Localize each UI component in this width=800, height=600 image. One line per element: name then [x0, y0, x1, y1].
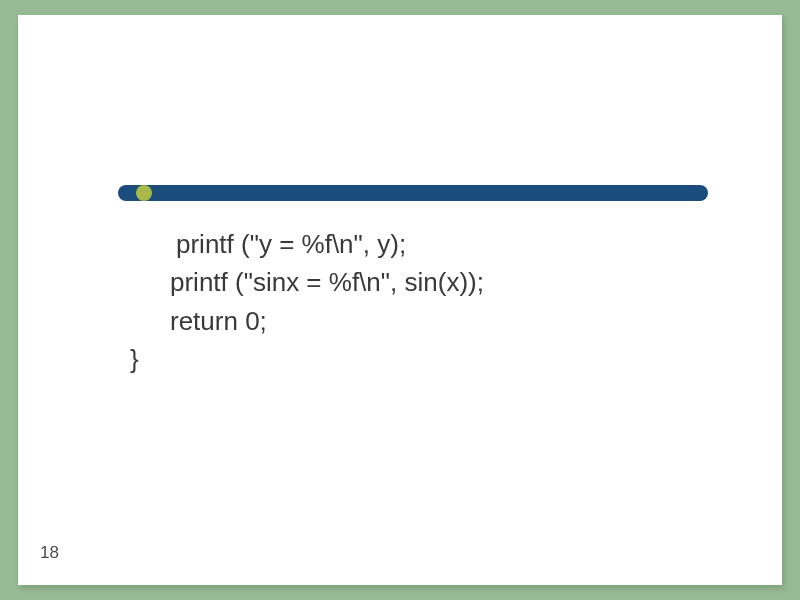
slide-container: printf ("y = %f\n", y); printf ("sinx = … [18, 15, 782, 585]
code-line-3: return 0; [170, 302, 484, 340]
code-line-4: } [130, 340, 484, 378]
page-number: 18 [40, 543, 59, 563]
bullet-icon [136, 185, 152, 201]
code-line-2: printf ("sinx = %f\n", sin(x)); [170, 263, 484, 301]
code-content: printf ("y = %f\n", y); printf ("sinx = … [130, 225, 484, 379]
divider-bar [118, 185, 708, 201]
code-line-1: printf ("y = %f\n", y); [176, 225, 484, 263]
